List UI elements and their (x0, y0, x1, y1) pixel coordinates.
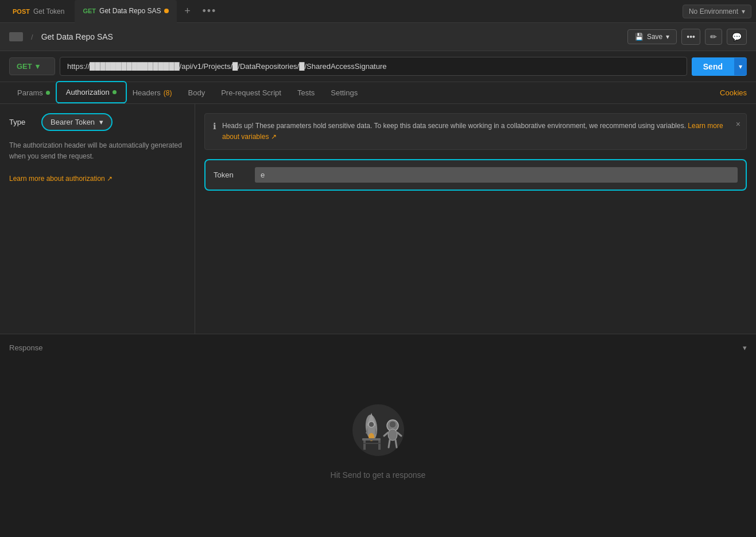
more-tabs-button[interactable]: ••• (197, 3, 221, 20)
main-content: Type Bearer Token ▾ The authorization he… (0, 104, 756, 334)
response-header: Response ▾ (9, 343, 747, 352)
svg-rect-8 (363, 441, 366, 450)
tab-active-dot (164, 9, 169, 13)
more-options-button[interactable]: ••• (681, 29, 700, 45)
url-bar: GET ▾ Send ▾ (0, 51, 756, 82)
breadcrumb-separator: / (31, 33, 33, 41)
tab-bar: POST Get Token GET Get Data Repo SAS + •… (0, 0, 756, 23)
save-icon: 💾 (635, 33, 643, 41)
tab-post-get-token[interactable]: POST Get Token (5, 0, 72, 23)
send-main-button[interactable]: Send (692, 57, 734, 76)
alert-box: ℹ Heads up! These parameters hold sensit… (204, 113, 747, 150)
left-panel: Type Bearer Token ▾ The authorization he… (0, 104, 195, 334)
auth-description-text: The authorization header will be automat… (9, 141, 182, 160)
pre-request-label: Pre-request Script (221, 88, 281, 97)
tab-nav-body[interactable]: Body (180, 83, 214, 103)
svg-point-12 (389, 421, 396, 428)
request-header: / Get Data Repo SAS 💾 Save ▾ ••• ✏ 💬 (0, 23, 756, 51)
tab-get-data-repo[interactable]: GET Get Data Repo SAS (75, 0, 177, 23)
send-button[interactable]: Send ▾ (692, 57, 747, 76)
token-label: Token (214, 171, 248, 179)
chevron-down-icon: ▾ (99, 118, 103, 126)
request-title: Get Data Repo SAS (41, 32, 113, 41)
params-label: Params (17, 88, 43, 97)
token-input[interactable] (255, 167, 738, 183)
tab-nav-headers[interactable]: Headers (8) (125, 83, 180, 103)
save-chevron-icon: ▾ (666, 33, 669, 41)
tab-nav-settings[interactable]: Settings (323, 83, 366, 103)
tab-nav-pre-request-script[interactable]: Pre-request Script (213, 83, 289, 103)
breadcrumb-icon (9, 32, 23, 41)
token-row: Token (204, 159, 747, 191)
info-icon: ℹ (213, 121, 216, 132)
type-row: Type Bearer Token ▾ (9, 113, 185, 131)
tab-name-get: Get Data Repo SAS (99, 7, 161, 15)
auth-description: The authorization header will be automat… (9, 140, 185, 184)
response-label: Response (9, 343, 43, 352)
method-select[interactable]: GET ▾ (9, 57, 55, 75)
send-arrow-button[interactable]: ▾ (734, 58, 747, 75)
settings-label: Settings (331, 88, 358, 97)
response-chevron-icon: ▾ (743, 343, 747, 352)
cookies-link[interactable]: Cookies (720, 88, 747, 97)
header-actions: 💾 Save ▾ ••• ✏ 💬 (627, 29, 747, 45)
alert-text: Heads up! These parameters hold sensitiv… (222, 121, 738, 142)
svg-rect-7 (362, 438, 381, 441)
chevron-down-icon: ▾ (742, 7, 745, 16)
empty-illustration (338, 396, 418, 459)
tab-method-post: POST (13, 8, 30, 15)
svg-point-3 (369, 422, 374, 427)
svg-rect-9 (378, 441, 381, 450)
learn-more-auth-link[interactable]: Learn more about authorization ↗ (9, 175, 113, 183)
environment-select[interactable]: No Environment ▾ (683, 5, 751, 18)
svg-rect-10 (363, 443, 381, 444)
svg-point-13 (388, 429, 397, 441)
body-label: Body (188, 88, 206, 97)
url-input[interactable] (60, 57, 687, 76)
save-button[interactable]: 💾 Save ▾ (627, 29, 677, 44)
svg-line-16 (389, 440, 390, 447)
headers-badge: (8) (164, 89, 172, 97)
tab-nav-tests[interactable]: Tests (289, 83, 323, 103)
method-label: GET (17, 62, 32, 71)
type-select[interactable]: Bearer Token ▾ (41, 113, 113, 131)
params-dot-icon (46, 91, 50, 95)
empty-state: Hit Send to get a response (0, 361, 756, 503)
close-alert-button[interactable]: × (736, 119, 741, 129)
headers-label: Headers (133, 88, 161, 97)
right-panel: ℹ Heads up! These parameters hold sensit… (195, 104, 756, 334)
tab-nav-authorization[interactable]: Authorization (58, 82, 125, 103)
authorization-label: Authorization (66, 88, 110, 96)
empty-state-text: Hit Send to get a response (331, 470, 426, 480)
type-value: Bearer Token (51, 118, 95, 126)
response-section: Response ▾ (0, 334, 756, 361)
comment-button[interactable]: 💬 (727, 29, 747, 45)
add-tab-button[interactable]: + (179, 3, 195, 20)
tab-bar-right: No Environment ▾ (683, 5, 751, 18)
svg-line-17 (396, 440, 397, 447)
authorization-dot-icon (113, 90, 117, 94)
chevron-down-icon: ▾ (36, 62, 40, 71)
edit-button[interactable]: ✏ (705, 29, 722, 45)
type-label: Type (9, 118, 32, 126)
tab-method-get: GET (83, 7, 96, 14)
tab-name-post: Get Token (33, 7, 64, 16)
save-label: Save (647, 33, 662, 41)
tab-nav: Params Authorization Headers (8) Body Pr… (0, 82, 756, 104)
tab-nav-params[interactable]: Params (9, 83, 58, 103)
tests-label: Tests (297, 88, 315, 97)
env-label: No Environment (689, 7, 738, 16)
